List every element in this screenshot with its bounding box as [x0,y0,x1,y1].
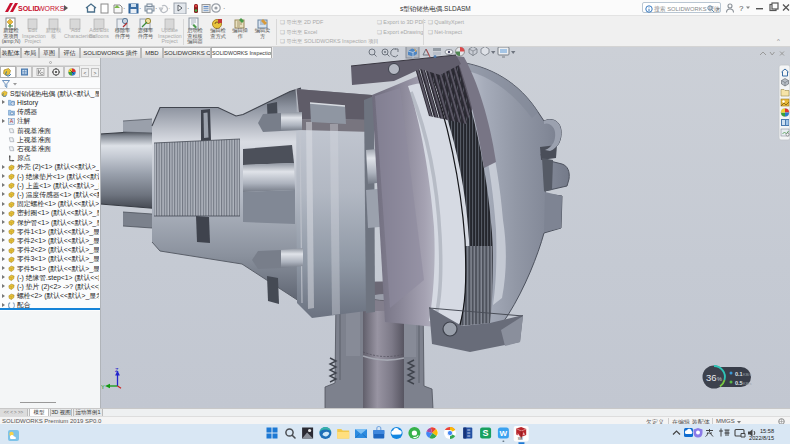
svg-text:0.5: 0.5 [735,380,743,386]
svg-text:WORKS: WORKS [38,5,65,12]
svg-text:KB/s: KB/s [743,381,751,386]
svg-text:·: · [139,5,141,12]
svg-text:·: · [123,5,125,12]
svg-text:?: ? [739,4,744,13]
svg-text:36: 36 [706,372,717,383]
svg-text:Z: Z [115,367,119,373]
svg-text:S: S [482,428,488,438]
svg-text:·: · [223,5,225,12]
svg-text:·: · [155,5,157,12]
svg-text:%: % [717,376,722,382]
svg-text:W: W [499,429,507,438]
svg-text:2022/8/15: 2022/8/15 [749,435,774,441]
svg-text:KB/s: KB/s [743,372,751,377]
svg-text:0.1: 0.1 [735,371,743,377]
svg-text:·: · [168,5,170,12]
svg-text:A: A [10,118,14,124]
svg-text:SW: SW [518,437,523,441]
svg-text:15:58: 15:58 [760,428,774,434]
svg-text:Y: Y [101,384,105,390]
svg-text:SOLID: SOLID [18,5,39,12]
svg-text:·: · [187,5,189,12]
